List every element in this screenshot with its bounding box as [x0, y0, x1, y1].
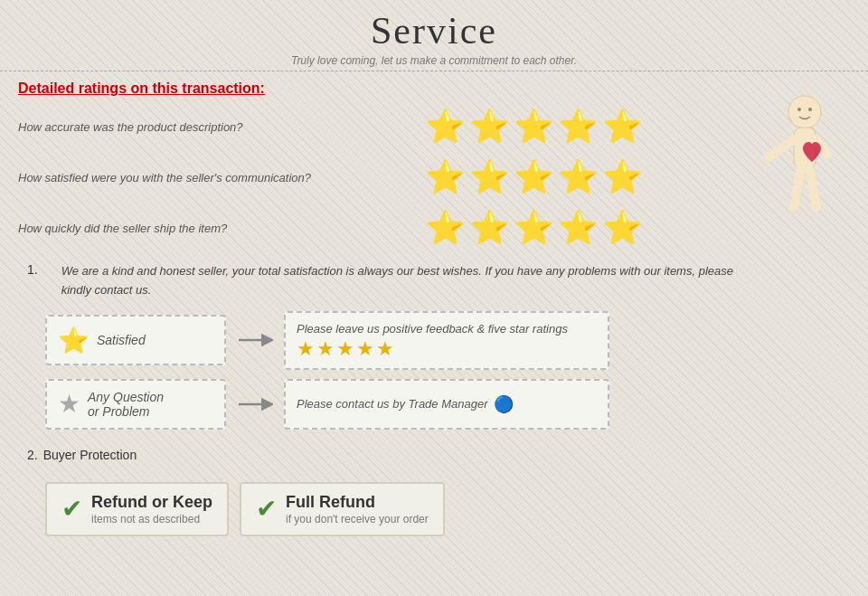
star-1-2: ⭐ — [469, 110, 510, 143]
rating-row-2: How satisfied were you with the seller's… — [18, 161, 741, 194]
refund-or-keep-box: ✔ Refund or Keep items not as described — [45, 482, 229, 536]
full-refund-title: Full Refund — [286, 493, 375, 511]
page-title: Service — [0, 9, 868, 52]
star-1-4: ⭐ — [558, 110, 599, 143]
star-2-3: ⭐ — [514, 161, 554, 194]
star-3-1: ⭐ — [425, 212, 466, 244]
question-box: ★ Any Question or Problem — [45, 379, 226, 430]
svg-line-7 — [809, 168, 816, 207]
refund-or-keep-text: Refund or Keep items not as described — [91, 493, 212, 525]
star-1-1: ⭐ — [425, 110, 466, 143]
rating-question-1: How accurate was the product description… — [18, 120, 416, 134]
refund-or-keep-subtitle: items not as described — [91, 513, 200, 525]
satisfied-star-icon: ⭐ — [58, 326, 90, 355]
inline-star-3: ★ — [336, 337, 354, 361]
inline-star-1: ★ — [297, 337, 315, 361]
full-refund-check-icon: ✔ — [256, 494, 277, 524]
inline-star-4: ★ — [356, 337, 374, 361]
full-refund-subtitle: if you don't receive your order — [286, 513, 429, 525]
star-3-2: ⭐ — [469, 212, 510, 244]
star-2-4: ⭐ — [558, 161, 599, 194]
feedback-rows: ⭐ Satisfied — [45, 311, 741, 430]
satisfied-box: ⭐ Satisfied — [45, 315, 226, 365]
svg-line-6 — [794, 168, 801, 207]
arrow-right-2 — [237, 393, 273, 415]
any-question-label: Any Question — [88, 390, 164, 404]
trade-manager-icon: 🔵 — [494, 394, 514, 414]
satisfied-label: Satisfied — [97, 333, 146, 347]
rating-question-2: How satisfied were you with the seller's… — [18, 171, 416, 184]
refund-check-icon: ✔ — [61, 494, 82, 524]
list-item-1: 1. We are a kind and honest seller, your… — [27, 262, 741, 430]
refund-or-keep-title: Refund or Keep — [91, 493, 212, 511]
star-3-3: ⭐ — [514, 212, 554, 244]
or-problem-label: or Problem — [88, 404, 164, 419]
star-3-4: ⭐ — [558, 212, 599, 244]
rating-question-3: How quickly did the seller ship the item… — [18, 222, 416, 235]
list-num-1: 1. — [27, 262, 38, 277]
star-1-3: ⭐ — [514, 110, 554, 143]
stars-group-3: ⭐ ⭐ ⭐ ⭐ ⭐ — [425, 212, 643, 244]
list-num-2: 2. — [27, 448, 38, 462]
positive-feedback-box: Please leave us positive feedback & five… — [284, 311, 609, 370]
trade-manager-box: Please contact us by Trade Manager 🔵 — [284, 379, 609, 430]
full-refund-box: ✔ Full Refund if you don't receive your … — [240, 482, 445, 536]
arrow-right-1 — [237, 329, 273, 351]
star-1-5: ⭐ — [602, 110, 643, 143]
svg-point-9 — [808, 108, 812, 111]
svg-point-2 — [788, 96, 821, 128]
list-item-2: 2. Buyer Protection ✔ Refund or Keep ite… — [27, 448, 741, 536]
list-paragraph-1: We are a kind and honest seller, your to… — [61, 262, 741, 300]
figure-svg — [750, 90, 841, 243]
feedback-text-1: Please leave us positive feedback & five… — [297, 322, 568, 336]
feedback-row-question: ★ Any Question or Problem — [45, 379, 741, 430]
five-star-rating: ★ ★ ★ ★ ★ — [297, 337, 568, 361]
arrow-icon-1 — [237, 329, 273, 351]
arrow-icon-2 — [237, 393, 273, 415]
rating-row-1: How accurate was the product description… — [18, 110, 741, 143]
protection-boxes: ✔ Refund or Keep items not as described … — [45, 482, 741, 536]
stars-group-1: ⭐ ⭐ ⭐ ⭐ ⭐ — [425, 110, 643, 143]
full-refund-text: Full Refund if you don't receive your or… — [286, 493, 429, 525]
star-2-2: ⭐ — [469, 161, 510, 194]
inline-star-5: ★ — [376, 337, 394, 361]
star-2-1: ⭐ — [425, 161, 466, 194]
figure-container — [741, 80, 850, 554]
page-subtitle: Truly love coming, let us make a commitm… — [0, 54, 868, 67]
buyer-protection-title: Buyer Protection — [43, 448, 137, 462]
svg-line-4 — [769, 139, 794, 157]
svg-point-8 — [797, 108, 801, 111]
ratings-section-title: Detailed ratings on this transaction: — [18, 80, 741, 97]
feedback-row-satisfied: ⭐ Satisfied — [45, 311, 741, 370]
grey-star-icon: ★ — [58, 389, 80, 419]
star-3-5: ⭐ — [602, 212, 643, 244]
stars-group-2: ⭐ ⭐ ⭐ ⭐ ⭐ — [425, 161, 643, 194]
star-2-5: ⭐ — [602, 161, 643, 194]
rating-row-3: How quickly did the seller ship the item… — [18, 212, 741, 244]
page-header: Service Truly love coming, let us make a… — [0, 0, 868, 71]
inline-star-2: ★ — [316, 337, 335, 361]
trade-manager-text: Please contact us by Trade Manager — [297, 396, 488, 412]
